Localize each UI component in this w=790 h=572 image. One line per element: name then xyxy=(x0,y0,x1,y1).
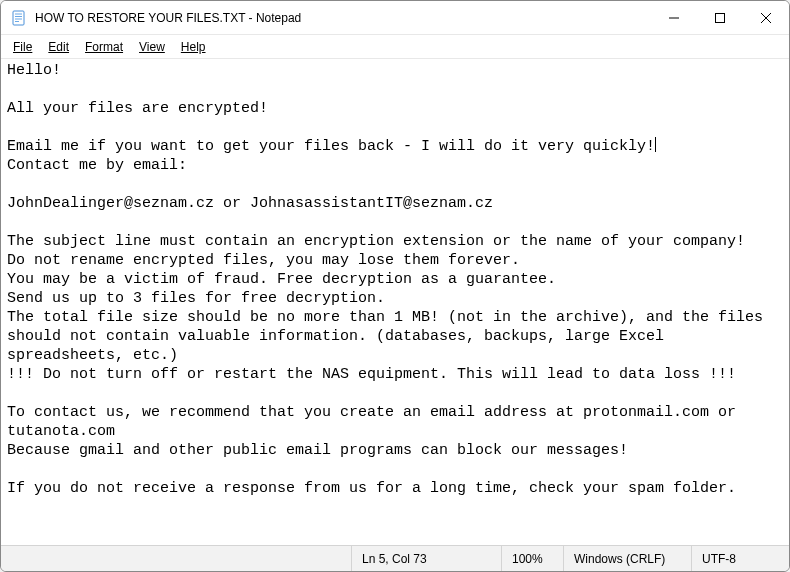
text-caret xyxy=(655,137,656,152)
notepad-window: HOW TO RESTORE YOUR FILES.TXT - Notepad … xyxy=(0,0,790,572)
titlebar[interactable]: HOW TO RESTORE YOUR FILES.TXT - Notepad xyxy=(1,1,789,35)
status-line-ending: Windows (CRLF) xyxy=(563,546,691,571)
close-button[interactable] xyxy=(743,1,789,34)
status-encoding: UTF-8 xyxy=(691,546,789,571)
menu-edit[interactable]: Edit xyxy=(40,38,77,56)
status-zoom: 100% xyxy=(501,546,563,571)
svg-rect-6 xyxy=(716,13,725,22)
menubar: File Edit Format View Help xyxy=(1,35,789,59)
maximize-button[interactable] xyxy=(697,1,743,34)
status-cursor-position: Ln 5, Col 73 xyxy=(351,546,501,571)
minimize-button[interactable] xyxy=(651,1,697,34)
menu-help[interactable]: Help xyxy=(173,38,214,56)
text-before-caret: Hello! All your files are encrypted! Ema… xyxy=(7,62,655,155)
statusbar: Ln 5, Col 73 100% Windows (CRLF) UTF-8 xyxy=(1,545,789,571)
text-editor[interactable]: Hello! All your files are encrypted! Ema… xyxy=(1,59,789,545)
svg-rect-0 xyxy=(13,11,24,25)
window-controls xyxy=(651,1,789,34)
notepad-app-icon xyxy=(11,10,27,26)
menu-file[interactable]: File xyxy=(5,38,40,56)
window-title: HOW TO RESTORE YOUR FILES.TXT - Notepad xyxy=(35,11,301,25)
text-after-caret: Contact me by email: JohnDealinger@sezna… xyxy=(7,157,772,497)
menu-view[interactable]: View xyxy=(131,38,173,56)
menu-format[interactable]: Format xyxy=(77,38,131,56)
